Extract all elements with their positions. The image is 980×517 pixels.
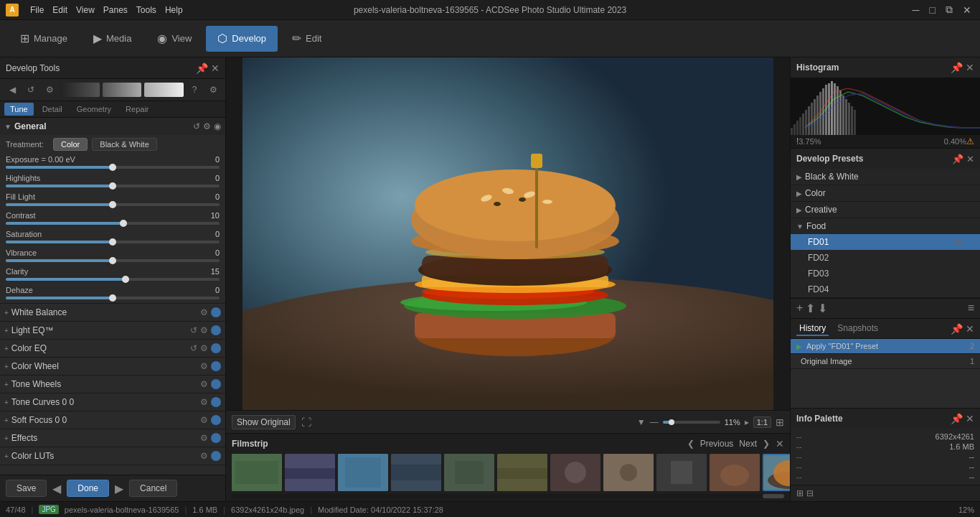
preset-cat-color-header[interactable]: ▶ Color bbox=[791, 185, 980, 201]
fit-icon[interactable]: ⊞ bbox=[776, 416, 784, 428]
treatment-color-btn[interactable]: Color bbox=[53, 138, 88, 151]
subtab-repair[interactable]: Repair bbox=[120, 103, 154, 116]
slider-saturation-track[interactable] bbox=[6, 241, 220, 243]
treatment-bw-btn[interactable]: Black & White bbox=[92, 138, 156, 151]
histogram-pin-icon[interactable]: 📌 bbox=[951, 62, 963, 73]
tab-manage[interactable]: ⊞ Manage bbox=[9, 26, 79, 52]
general-reset-icon[interactable]: ↺ bbox=[193, 121, 200, 131]
leq-toggle[interactable] bbox=[211, 325, 221, 335]
close-panel-icon[interactable]: ✕ bbox=[211, 62, 220, 74]
filmstrip-thumb-8[interactable] bbox=[603, 454, 654, 491]
save-button[interactable]: Save bbox=[6, 480, 47, 497]
history-item-original[interactable]: Original Image 1 bbox=[791, 354, 980, 369]
preset-swatch-mid[interactable] bbox=[103, 83, 142, 97]
show-original-button[interactable]: Show Original bbox=[232, 415, 296, 429]
filmstrip-thumb-3[interactable] bbox=[338, 454, 388, 491]
preset-item-fd03[interactable]: FD03 bbox=[791, 266, 980, 281]
next-button[interactable]: Next bbox=[739, 439, 757, 449]
section-color-luts[interactable]: + Color LUTs ⚙ bbox=[0, 447, 225, 465]
tab-edit[interactable]: ✏ Edit bbox=[281, 26, 333, 52]
tab-develop[interactable]: ⬡ Develop bbox=[206, 26, 278, 52]
section-white-balance[interactable]: + White Balance ⚙ bbox=[0, 304, 225, 322]
zoom-thumb[interactable] bbox=[669, 419, 674, 425]
filmstrip-thumb-10[interactable] bbox=[710, 454, 760, 491]
preset-cat-food-header[interactable]: ▼ Food bbox=[791, 218, 980, 234]
tab-view[interactable]: ◉ View bbox=[146, 26, 203, 52]
leq-gear-icon[interactable]: ⚙ bbox=[200, 325, 208, 335]
zoom-down-icon[interactable]: ▼ bbox=[637, 417, 646, 427]
slider-clarity-thumb[interactable] bbox=[122, 276, 129, 283]
pin-icon[interactable]: 📌 bbox=[196, 62, 208, 74]
preset-item-fd01[interactable]: FD01 🗑 bbox=[791, 234, 980, 250]
next-nav-icon[interactable]: ▶ bbox=[113, 482, 125, 495]
slider-contrast-thumb[interactable] bbox=[120, 220, 127, 227]
preset-export-icon[interactable]: ⬆ bbox=[806, 302, 815, 315]
slider-vibrance-track[interactable] bbox=[6, 259, 220, 262]
info-pin-icon[interactable]: 📌 bbox=[951, 413, 963, 424]
info-close-icon[interactable]: ✕ bbox=[966, 413, 974, 424]
slider-fill-thumb[interactable] bbox=[109, 201, 116, 208]
maximize-button[interactable]: □ bbox=[927, 4, 938, 16]
sf-gear-icon[interactable]: ⚙ bbox=[200, 415, 208, 425]
tab-media[interactable]: ▶ Media bbox=[82, 26, 143, 52]
section-color-wheel[interactable]: + Color Wheel ⚙ bbox=[0, 358, 225, 376]
close-button[interactable]: ✕ bbox=[960, 4, 974, 16]
history-item-apply[interactable]: ▶ Apply "FD01" Preset 2 bbox=[791, 339, 980, 354]
general-circle-icon[interactable]: ◉ bbox=[214, 121, 221, 131]
preset-swatch-dark[interactable] bbox=[60, 83, 100, 97]
preset-cat-creative-header[interactable]: ▶ Creative bbox=[791, 202, 980, 218]
leq-reset-icon[interactable]: ↺ bbox=[190, 325, 197, 335]
tw-toggle[interactable] bbox=[211, 379, 221, 389]
wb-gear-icon[interactable]: ⚙ bbox=[200, 307, 208, 317]
sf-toggle[interactable] bbox=[211, 415, 221, 425]
ratio-button[interactable]: 1:1 bbox=[753, 416, 771, 428]
slider-dehaze-thumb[interactable] bbox=[109, 294, 116, 302]
slider-exposure-track[interactable] bbox=[6, 166, 220, 169]
zoom-minus-icon[interactable]: — bbox=[650, 417, 659, 427]
preset-item-fd02[interactable]: FD02 bbox=[791, 250, 980, 266]
filmstrip-thumb-1[interactable] bbox=[232, 454, 282, 491]
help-icon[interactable]: ? bbox=[187, 82, 202, 98]
menu-file[interactable]: File bbox=[30, 5, 44, 15]
ef-gear-icon[interactable]: ⚙ bbox=[200, 433, 208, 443]
slider-vibrance-thumb[interactable] bbox=[109, 257, 116, 264]
cl-gear-icon[interactable]: ⚙ bbox=[200, 451, 208, 461]
presets-pin-icon[interactable]: 📌 bbox=[952, 154, 963, 164]
filmstrip-thumb-5[interactable] bbox=[444, 454, 494, 491]
slider-saturation-thumb[interactable] bbox=[109, 238, 116, 246]
cw-gear-icon[interactable]: ⚙ bbox=[200, 361, 208, 371]
filmstrip-thumb-11[interactable] bbox=[763, 454, 790, 491]
wb-toggle[interactable] bbox=[211, 307, 221, 317]
history-pin-icon[interactable]: 📌 bbox=[951, 323, 963, 335]
restore-button[interactable]: ⧉ bbox=[943, 4, 956, 16]
slider-contrast-track[interactable] bbox=[6, 222, 220, 225]
minimize-button[interactable]: ─ bbox=[910, 4, 923, 16]
preset-swatch-light[interactable] bbox=[144, 83, 184, 97]
filmstrip-thumb-7[interactable] bbox=[550, 454, 600, 491]
slider-fill-track[interactable] bbox=[6, 203, 220, 206]
done-button[interactable]: Done bbox=[67, 480, 109, 497]
prev-nav-icon[interactable]: ◀ bbox=[51, 482, 62, 495]
filmstrip-thumb-9[interactable] bbox=[656, 454, 707, 491]
slider-clarity-track[interactable] bbox=[6, 278, 220, 281]
ceq-gear-icon[interactable]: ⚙ bbox=[200, 343, 208, 353]
cl-toggle[interactable] bbox=[211, 451, 221, 461]
slider-highlights-thumb[interactable] bbox=[109, 182, 116, 190]
section-light-eq[interactable]: + Light EQ™ ↺ ⚙ bbox=[0, 322, 225, 340]
filmstrip-close-icon[interactable]: ✕ bbox=[776, 438, 784, 450]
filmstrip-thumb-6[interactable] bbox=[497, 454, 547, 491]
section-tone-wheels[interactable]: + Tone Wheels ⚙ bbox=[0, 376, 225, 393]
ceq-toggle[interactable] bbox=[211, 343, 221, 353]
prev-button[interactable]: Previous bbox=[700, 439, 734, 449]
cw-toggle[interactable] bbox=[211, 361, 221, 371]
subtab-geometry[interactable]: Geometry bbox=[71, 103, 117, 116]
preset-cat-bw-header[interactable]: ▶ Black & White bbox=[791, 169, 980, 185]
preset-add-icon[interactable]: + bbox=[796, 302, 803, 315]
slider-highlights-track[interactable] bbox=[6, 185, 220, 187]
filmstrip-thumb-4[interactable] bbox=[391, 454, 441, 491]
tc-gear-icon[interactable]: ⚙ bbox=[200, 397, 208, 407]
section-color-eq[interactable]: + Color EQ ↺ ⚙ bbox=[0, 340, 225, 358]
slider-dehaze-track[interactable] bbox=[6, 297, 220, 299]
preset-import-icon[interactable]: ⬇ bbox=[818, 302, 827, 315]
section-soft-focus[interactable]: + Soft Focus 0 0 ⚙ bbox=[0, 411, 225, 429]
